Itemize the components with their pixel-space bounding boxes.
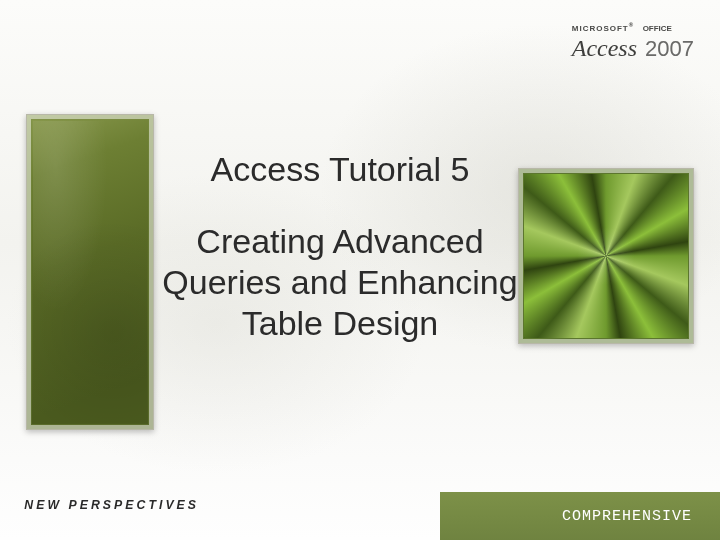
slide-heading: Access Tutorial 5 <box>160 150 520 189</box>
series-wordmark: NEW PERSPECTIVES <box>24 498 199 512</box>
registered-symbol: ® <box>629 22 634 28</box>
product-name: Access <box>572 36 637 60</box>
kaleidoscope-pattern <box>524 174 688 338</box>
brand-top-line: MICROSOFT® OFFICE <box>572 18 694 34</box>
edition-label: COMPREHENSIVE <box>562 508 692 525</box>
brand-product-line: Access 2007 <box>572 36 694 60</box>
office-label: OFFICE <box>643 25 672 33</box>
product-year: 2007 <box>645 38 694 60</box>
slide-subheading: Creating Advanced Queries and Enhancing … <box>160 221 520 343</box>
slide-title-block: Access Tutorial 5 Creating Advanced Quer… <box>160 150 520 343</box>
decorative-left-panel <box>26 114 154 430</box>
product-brand-block: MICROSOFT® OFFICE Access 2007 <box>572 18 694 60</box>
decorative-right-panel <box>518 168 694 344</box>
microsoft-label: MICROSOFT® <box>572 22 634 33</box>
edition-bar: COMPREHENSIVE <box>440 492 720 540</box>
